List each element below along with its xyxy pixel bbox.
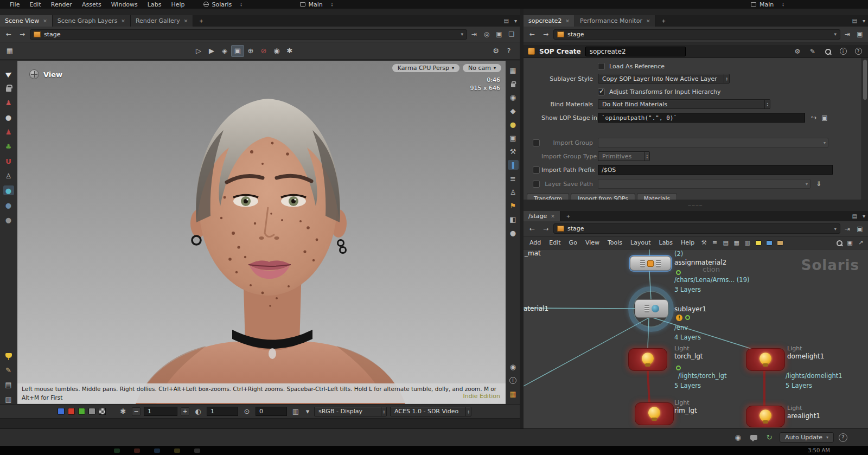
- tab-sopcreate2[interactable]: sopcreate2✕: [524, 15, 575, 27]
- view-cube-icon[interactable]: ◉: [270, 45, 283, 57]
- tab-performance-monitor[interactable]: Performance Monitor✕: [575, 15, 656, 27]
- load-as-reference-checkbox[interactable]: [598, 63, 605, 70]
- renderer-select-button[interactable]: Karma CPU Persp▾: [392, 64, 459, 72]
- close-icon[interactable]: ✕: [646, 18, 650, 24]
- node-rim-lgt[interactable]: [635, 402, 674, 425]
- camera-view-icon[interactable]: ▣: [508, 133, 519, 143]
- tab-scene-graph-layers[interactable]: Scene Graph Layers✕: [53, 15, 131, 27]
- tab-render-gallery[interactable]: Render Gallery✕: [131, 15, 193, 27]
- floating-panel-icon[interactable]: ❏: [506, 29, 517, 40]
- pane-handle-icon[interactable]: ▦: [3, 45, 16, 57]
- network-menu-edit[interactable]: Edit: [545, 239, 564, 246]
- gamma-increase-button[interactable]: +: [181, 407, 189, 416]
- node-label[interactable]: sublayer1: [674, 305, 706, 313]
- pane-divider-horizontal[interactable]: ┄┄┄┄: [524, 200, 868, 211]
- output-transform-select[interactable]: ACES 1.0 - SDR Video▴▾: [390, 407, 471, 416]
- histogram-icon[interactable]: ▥: [290, 407, 301, 416]
- sticky-note-icon[interactable]: [753, 238, 763, 248]
- auto-expose-icon[interactable]: ◉: [508, 92, 519, 102]
- layer-save-path-toggle[interactable]: [533, 181, 540, 188]
- chevron-down-icon[interactable]: ▾: [824, 140, 826, 145]
- network-canvas[interactable]: Solaris _mat (2) ction aterial1 assignma…: [524, 249, 868, 428]
- lighting-icon[interactable]: ●: [508, 119, 519, 129]
- node-label[interactable]: arealight1: [787, 412, 820, 420]
- node-assignmaterial2[interactable]: [630, 256, 671, 271]
- chevron-down-icon[interactable]: ▾: [304, 407, 311, 416]
- status-help-icon[interactable]: ?: [839, 433, 847, 442]
- new-tab-button[interactable]: ＋: [193, 15, 209, 27]
- desktop-selector[interactable]: Solaris ▴▾: [200, 1, 286, 8]
- presets-gear-icon[interactable]: ⚙: [792, 47, 803, 56]
- character-display-icon[interactable]: ♙: [508, 187, 519, 197]
- import-group-toggle[interactable]: [533, 139, 540, 146]
- menu-assets[interactable]: Assets: [78, 1, 106, 8]
- menu-edit[interactable]: Edit: [25, 1, 45, 8]
- scene-viewport[interactable]: View Karma CPU Persp▾ No cam▾ 0:46 915 x…: [17, 61, 506, 404]
- close-icon[interactable]: ✕: [565, 18, 570, 24]
- network-menu-help[interactable]: Help: [677, 239, 698, 246]
- network-menu-tools[interactable]: Tools: [604, 239, 626, 246]
- node-torch-lgt[interactable]: [628, 348, 667, 371]
- display-flag-dot[interactable]: [685, 315, 690, 320]
- gamma-decrease-button[interactable]: −: [132, 407, 141, 416]
- pane-split-icon[interactable]: ▤: [850, 211, 860, 221]
- forward-button[interactable]: →: [540, 223, 552, 234]
- alpha-checker-icon[interactable]: [99, 408, 106, 415]
- param-scrollbar[interactable]: [861, 58, 868, 200]
- pin-path-icon[interactable]: ⇥: [842, 223, 853, 234]
- menu-render[interactable]: Render: [47, 1, 76, 8]
- render-tools-icon[interactable]: ⚒: [508, 146, 519, 156]
- notes-icon[interactable]: ▤: [3, 380, 14, 389]
- pane-divider-vertical[interactable]: [520, 9, 524, 428]
- grid-view-icon[interactable]: ▦: [731, 238, 742, 248]
- node-chooser-icon[interactable]: ▣: [819, 113, 830, 123]
- menu-windows[interactable]: Windows: [107, 1, 142, 8]
- taskbar-app-icon[interactable]: [134, 448, 140, 453]
- save-to-disk-icon[interactable]: ⇓: [813, 179, 824, 189]
- expression-arrow-icon[interactable]: ↪: [808, 113, 819, 123]
- gamma-field[interactable]: 1: [144, 407, 177, 416]
- solaris-globe-icon[interactable]: ●: [3, 185, 14, 195]
- folder-tab-transform[interactable]: Transform: [527, 193, 569, 200]
- node-sublayer1[interactable]: [635, 299, 668, 318]
- network-search-icon[interactable]: [834, 238, 844, 248]
- pin-path-icon[interactable]: ⇥: [469, 29, 480, 40]
- parm-search-icon[interactable]: [822, 47, 833, 56]
- gain-field[interactable]: 1: [207, 407, 238, 416]
- new-tab-button[interactable]: ＋: [560, 211, 576, 221]
- recook-icon[interactable]: ↻: [764, 432, 775, 443]
- taskbar-app-icon[interactable]: [194, 448, 200, 453]
- display-flag-dot[interactable]: [676, 366, 681, 370]
- folder-tab-import-from-sops[interactable]: Import from SOPs: [571, 193, 635, 200]
- spinner-icon[interactable]: ▴▾: [782, 2, 784, 7]
- menu-help[interactable]: Help: [167, 1, 189, 8]
- close-icon[interactable]: ✕: [184, 18, 188, 24]
- spinner-icon[interactable]: ▴▾: [764, 100, 770, 108]
- linked-pane-icon[interactable]: ▣: [854, 223, 865, 234]
- close-icon[interactable]: ✕: [43, 18, 47, 24]
- warning-icon[interactable]: !: [676, 315, 682, 321]
- globe-tool-icon[interactable]: ●: [3, 200, 14, 210]
- display-flags-icon[interactable]: ✱: [283, 45, 296, 57]
- pane-menu-icon[interactable]: ▾: [860, 15, 868, 27]
- pane-menu-icon[interactable]: ▾: [512, 15, 520, 27]
- annotate-icon[interactable]: ✎: [3, 365, 14, 375]
- taskbar-app-icon[interactable]: [114, 448, 120, 453]
- camera-select-button[interactable]: No cam▾: [463, 64, 501, 72]
- expand-network-icon[interactable]: ↗: [856, 238, 866, 248]
- chevron-down-icon[interactable]: ▾: [834, 226, 837, 232]
- material-sphere-icon[interactable]: ●: [508, 228, 519, 238]
- background-image-icon[interactable]: ▦: [508, 65, 519, 75]
- radial-menu-icon[interactable]: ◎: [481, 29, 492, 40]
- network-path-combo[interactable]: stage ▾: [553, 223, 840, 234]
- chevron-down-icon[interactable]: ▾: [834, 31, 837, 37]
- network-menu-layout[interactable]: Layout: [627, 239, 654, 246]
- sublayer-style-select[interactable]: Copy SOP Layer Into New Active Layer▴▾: [598, 74, 730, 84]
- network-box-icon[interactable]: [775, 238, 785, 248]
- cook-mode-select[interactable]: Auto Update ▾: [780, 432, 834, 443]
- swatch-gray[interactable]: [88, 408, 95, 415]
- forward-button[interactable]: →: [16, 29, 28, 40]
- tree-list-icon[interactable]: ≡: [710, 238, 720, 248]
- character-tool-icon[interactable]: ♟: [3, 127, 14, 137]
- menu-labs[interactable]: Labs: [143, 1, 166, 8]
